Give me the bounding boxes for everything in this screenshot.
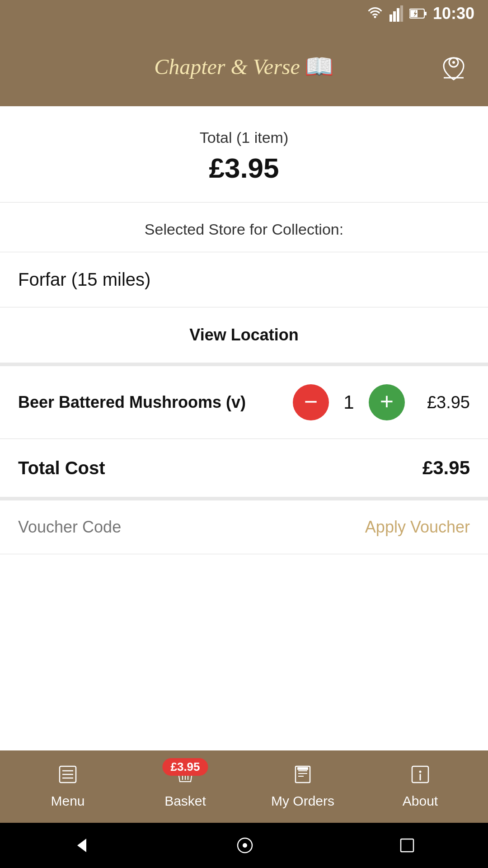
status-time: 10:30	[433, 4, 474, 23]
nav-item-basket[interactable]: £3.95 Basket	[127, 764, 244, 809]
nav-menu-label: Menu	[51, 793, 84, 809]
apply-voucher-button[interactable]: Apply Voucher	[365, 518, 470, 537]
store-label: Selected Store for Collection:	[18, 221, 470, 238]
total-cost-row: Total Cost £3.95	[0, 439, 488, 500]
item-row: Beer Battered Mushrooms (v) − 1 + £3.95	[0, 366, 488, 439]
battery-icon	[409, 8, 427, 19]
item-name: Beer Battered Mushrooms (v)	[18, 392, 293, 413]
view-location-button[interactable]: View Location	[0, 307, 488, 366]
nav-orders-label: My Orders	[271, 793, 334, 809]
svg-rect-0	[389, 14, 392, 22]
voucher-input[interactable]	[18, 518, 365, 537]
nav-item-about[interactable]: About	[361, 764, 479, 809]
svg-point-24	[419, 771, 422, 773]
home-button[interactable]	[236, 836, 254, 854]
increase-quantity-button[interactable]: +	[369, 384, 405, 420]
svg-rect-2	[397, 8, 399, 22]
orders-icon	[293, 764, 313, 789]
store-name: Forfar (15 miles)	[18, 269, 470, 290]
nav-item-menu[interactable]: Menu	[9, 764, 127, 809]
svg-rect-22	[297, 767, 308, 770]
view-location-text: View Location	[189, 326, 298, 344]
svg-point-28	[243, 843, 247, 848]
item-controls: − 1 + £3.95	[293, 384, 470, 420]
signal-icon	[389, 5, 403, 22]
wifi-icon	[367, 7, 383, 20]
svg-rect-1	[393, 11, 396, 22]
status-bar: 10:30	[0, 0, 488, 27]
total-cost-label: Total Cost	[18, 458, 105, 478]
nav-basket-label: Basket	[164, 793, 206, 809]
order-summary-section: Total (1 item) £3.95	[0, 106, 488, 203]
app-logo: Chapter & Verse 📖	[154, 53, 334, 80]
nav-about-label: About	[403, 793, 438, 809]
order-total-amount: £3.95	[18, 152, 470, 184]
back-button[interactable]	[73, 836, 91, 854]
order-total-label: Total (1 item)	[18, 129, 470, 146]
total-cost-amount: £3.95	[422, 457, 470, 479]
svg-point-8	[452, 61, 455, 64]
app-header: Chapter & Verse 📖	[0, 27, 488, 106]
logo-text: Chapter & Verse	[154, 54, 300, 79]
svg-rect-3	[400, 5, 403, 22]
menu-icon	[58, 764, 78, 789]
location-button[interactable]	[437, 50, 470, 84]
nav-item-orders[interactable]: My Orders	[244, 764, 361, 809]
voucher-section: Apply Voucher	[0, 500, 488, 554]
svg-marker-26	[77, 839, 86, 852]
item-quantity: 1	[340, 392, 358, 413]
basket-badge: £3.95	[162, 758, 208, 776]
store-section: Selected Store for Collection:	[0, 203, 488, 252]
bottom-navigation: Menu £3.95 Basket My	[0, 750, 488, 823]
about-icon	[410, 764, 430, 789]
decrease-quantity-button[interactable]: −	[293, 384, 329, 420]
main-content: Total (1 item) £3.95 Selected Store for …	[0, 106, 488, 750]
store-row: Forfar (15 miles)	[0, 252, 488, 307]
map-location-icon	[437, 50, 470, 82]
item-price: £3.95	[416, 393, 470, 412]
android-nav-bar	[0, 823, 488, 868]
recents-button[interactable]	[399, 837, 415, 854]
svg-rect-29	[401, 839, 413, 852]
logo-emoji: 📖	[305, 53, 334, 80]
svg-rect-5	[424, 12, 427, 15]
